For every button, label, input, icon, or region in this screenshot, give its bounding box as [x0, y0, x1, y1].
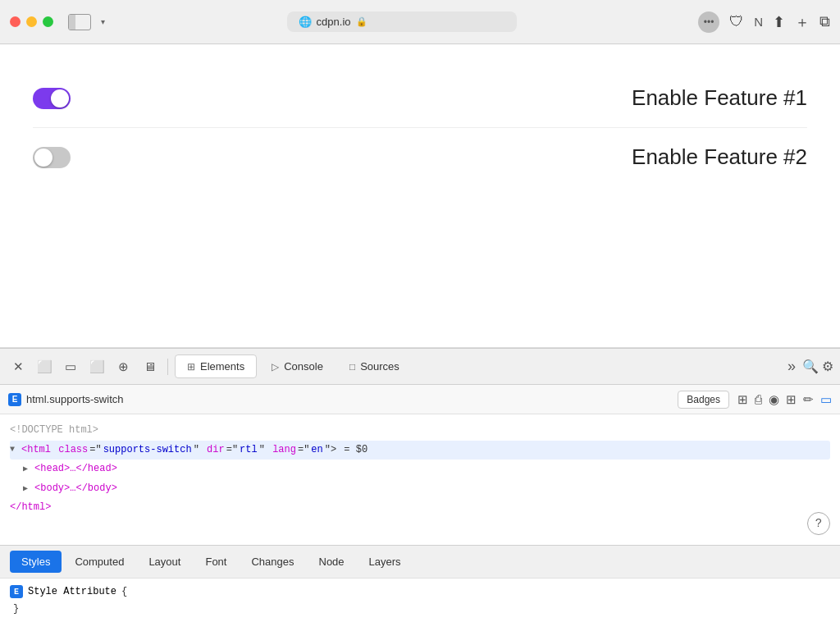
console-tab-icon: ▷: [272, 361, 279, 373]
url-text: cdpn.io: [317, 16, 351, 28]
browser-chrome: ▾ 🌐 cdpn.io 🔒 ••• 🛡 N ⬆ ＋ ⧉: [0, 0, 840, 44]
tab-sources[interactable]: □ Sources: [338, 355, 411, 377]
print-icon[interactable]: ⎙: [755, 392, 762, 407]
head-triangle[interactable]: ▶: [23, 462, 33, 477]
style-panel: E Style Attribute { }: [0, 578, 840, 622]
address-bar[interactable]: 🌐 cdpn.io 🔒: [287, 11, 517, 32]
elements-toolbar: E html.supports-switch Badges ⊞ ⎙ ◉ ⊞ ✏ …: [0, 385, 840, 414]
tab-font[interactable]: Font: [194, 551, 238, 573]
doctype-text: <!DOCTYPE html>: [10, 422, 98, 440]
device-mode-icon[interactable]: ⬜: [85, 355, 108, 378]
style-close-brace: }: [10, 601, 830, 617]
tab-changes[interactable]: Changes: [240, 551, 305, 573]
tab-layout[interactable]: Layout: [137, 551, 192, 573]
close-button[interactable]: [10, 16, 21, 27]
inspect-element-icon[interactable]: ⊕: [112, 355, 135, 378]
element-badge-icon: E: [8, 393, 21, 406]
grid-icon[interactable]: ⊞: [786, 392, 797, 407]
element-picker-icon[interactable]: ⬜: [33, 355, 56, 378]
style-attribute-label: Style Attribute: [28, 583, 116, 600]
elements-panel: E html.supports-switch Badges ⊞ ⎙ ◉ ⊞ ✏ …: [0, 385, 840, 622]
dom-tree: <!DOCTYPE html> ▼ <html class="supports-…: [0, 414, 840, 545]
share-icon[interactable]: ⬆: [773, 13, 785, 31]
new-tab-icon[interactable]: ＋: [795, 12, 810, 32]
split-view-icon[interactable]: ▭: [59, 355, 82, 378]
layout-tab-label: Layout: [148, 556, 180, 568]
maximize-button[interactable]: [43, 16, 53, 27]
dom-html-line[interactable]: ▼ <html class="supports-switch" dir="rtl…: [10, 441, 830, 460]
elements-tab-icon: ⊞: [187, 361, 195, 373]
collapse-triangle[interactable]: ▼: [10, 442, 20, 457]
style-brace-open: {: [121, 583, 127, 600]
notion-icon[interactable]: N: [754, 15, 763, 29]
console-tab-label: Console: [284, 360, 323, 373]
tabs-icon[interactable]: ⧉: [819, 13, 830, 30]
panel-icons: ⊞ ⎙ ◉ ⊞ ✏ ▭: [737, 392, 832, 407]
sidebar-toggle-button[interactable]: [68, 14, 91, 30]
html-open-tag: <html: [21, 441, 57, 460]
monitor-icon[interactable]: 🖥: [138, 355, 161, 378]
dom-head-line[interactable]: ▶ <head>…</head>: [23, 460, 830, 479]
style-attribute-header: E Style Attribute {: [10, 583, 830, 600]
computed-tab-label: Computed: [75, 556, 124, 568]
edit-icon[interactable]: ✏: [803, 392, 814, 407]
dom-html-close-line: </html>: [10, 498, 830, 518]
feature1-label: Enable Feature #1: [632, 85, 807, 111]
devtools-toolbar: ✕ ⬜ ▭ ⬜ ⊕ 🖥 ⊞ Elements ▷ Console □ Sourc…: [0, 349, 840, 385]
close-devtools-button[interactable]: ✕: [7, 355, 30, 378]
settings-icon[interactable]: ⚙: [822, 359, 833, 374]
body-triangle[interactable]: ▶: [23, 482, 33, 496]
layout-icon[interactable]: ⊞: [737, 392, 748, 407]
feature1-toggle[interactable]: [33, 88, 71, 109]
layers-tab-label: Layers: [369, 556, 401, 568]
feature2-toggle[interactable]: [33, 147, 71, 168]
toolbar-separator: [167, 359, 168, 375]
page-content: Enable Feature #1 Enable Feature #2: [0, 44, 840, 348]
device-icon[interactable]: ▭: [820, 392, 832, 407]
style-brace-close: }: [13, 603, 19, 615]
tab-elements[interactable]: ⊞ Elements: [175, 354, 257, 378]
feature1-row: Enable Feature #1: [33, 69, 807, 128]
shield-icon[interactable]: 🛡: [729, 13, 744, 30]
tab-styles[interactable]: Styles: [10, 551, 62, 573]
feature2-row: Enable Feature #2: [33, 128, 807, 186]
toggle1-knob: [51, 89, 69, 107]
feature2-label: Enable Feature #2: [632, 144, 807, 170]
help-button[interactable]: ?: [807, 512, 830, 535]
more-tabs-button[interactable]: »: [784, 358, 799, 375]
changes-tab-label: Changes: [251, 556, 294, 568]
traffic-lights: [10, 16, 53, 27]
tab-console[interactable]: ▷ Console: [260, 355, 335, 377]
devtools-panel: ✕ ⬜ ▭ ⬜ ⊕ 🖥 ⊞ Elements ▷ Console □ Sourc…: [0, 348, 840, 622]
tab-node[interactable]: Node: [308, 551, 356, 573]
node-tab-label: Node: [319, 556, 345, 568]
search-icon[interactable]: 🔍: [802, 359, 819, 374]
browser-actions: ••• 🛡 N ⬆ ＋ ⧉: [698, 11, 830, 33]
style-badge-icon: E: [10, 585, 23, 598]
minimize-button[interactable]: [26, 16, 37, 27]
tab-computed[interactable]: Computed: [63, 551, 135, 573]
lock-icon: 🔒: [356, 16, 368, 27]
globe-icon: 🌐: [299, 16, 312, 28]
sources-tab-label: Sources: [360, 360, 399, 373]
chevron-down-icon[interactable]: ▾: [101, 17, 105, 26]
dom-body-line[interactable]: ▶ <body>…</body>: [23, 479, 830, 499]
element-path: html.supports-switch: [26, 393, 673, 405]
styles-tab-label: Styles: [21, 556, 50, 568]
more-button[interactable]: •••: [698, 11, 719, 33]
badges-button[interactable]: Badges: [678, 391, 729, 409]
toggle2-knob: [34, 149, 52, 167]
elements-tab-label: Elements: [200, 360, 244, 373]
address-bar-wrapper: 🌐 cdpn.io 🔒: [113, 11, 690, 32]
sources-tab-icon: □: [349, 361, 355, 373]
tab-layers[interactable]: Layers: [358, 551, 413, 573]
dom-doctype-line: <!DOCTYPE html>: [10, 421, 830, 441]
font-tab-label: Font: [205, 556, 226, 568]
bottom-tabs: Styles Computed Layout Font Changes Node…: [0, 545, 840, 578]
accessibility-icon[interactable]: ◉: [769, 392, 779, 407]
